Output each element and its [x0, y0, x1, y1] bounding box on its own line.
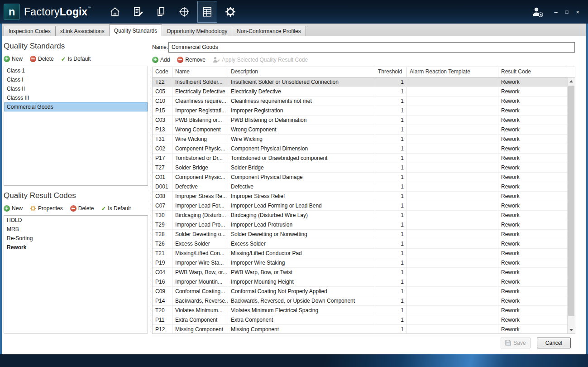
- panel-splitter[interactable]: [148, 36, 152, 354]
- cancel-button[interactable]: Cancel: [537, 338, 571, 348]
- name-input[interactable]: [168, 42, 575, 53]
- table-row[interactable]: P17Tombstoned or Dr...Tombstoned or Draw…: [153, 154, 567, 163]
- new-result-code-button[interactable]: New: [4, 205, 23, 212]
- result-code-properties-button[interactable]: Properties: [30, 205, 63, 212]
- cell-code: T20: [153, 306, 172, 315]
- new-standard-button[interactable]: New: [4, 56, 23, 62]
- table-row[interactable]: C05Electrically DefectiveElectrically De…: [153, 87, 567, 97]
- minimize-button[interactable]: –: [551, 6, 561, 17]
- add-code-button[interactable]: Add: [152, 57, 170, 63]
- table-row[interactable]: C09Conformal Coating...Conformal Coating…: [153, 287, 567, 296]
- codes-table-header: CodeNameDescriptionThresholdAlarm Reacti…: [153, 67, 575, 77]
- cell-result_code: Rework: [498, 192, 567, 201]
- table-row[interactable]: T31Wire WickingWire Wicking1Rework: [153, 135, 567, 144]
- cell-result_code: Rework: [498, 77, 567, 87]
- table-row[interactable]: P19Improper Wire Sta...Improper Wire Sta…: [153, 258, 567, 268]
- table-row[interactable]: P15Improper Registrati...Improper Regist…: [153, 106, 567, 116]
- close-button[interactable]: ×: [573, 6, 583, 17]
- tab-non-conformance-profiles[interactable]: Non-Conformance Profiles: [232, 26, 306, 36]
- is-default-standard-button[interactable]: Is Default: [61, 56, 91, 63]
- list-item[interactable]: Classs III: [4, 93, 148, 102]
- new-standard-label: New: [12, 56, 23, 62]
- vertical-scrollbar[interactable]: [567, 77, 575, 333]
- table-row[interactable]: C10Cleanliness require...Cleanliness req…: [153, 97, 567, 106]
- column-header-code[interactable]: Code: [153, 67, 172, 77]
- table-row[interactable]: T29Improper Lead Pro...Improper Lead Pro…: [153, 220, 567, 230]
- cell-threshold: 1: [375, 182, 407, 191]
- list-item[interactable]: Class II: [4, 84, 148, 93]
- table-row[interactable]: T30Birdcaging (Disturb...Birdcaging (Dis…: [153, 211, 567, 220]
- document-edit-icon[interactable]: [128, 1, 148, 23]
- brand-logix: Logix: [60, 6, 87, 18]
- list-item[interactable]: Class I: [4, 75, 148, 84]
- scroll-down-button[interactable]: [568, 326, 575, 333]
- documents-icon[interactable]: [151, 1, 171, 23]
- table-row[interactable]: T22Insufficient Solder...Insufficient So…: [153, 77, 567, 87]
- tab-xlink-associations[interactable]: xLink Associations: [55, 26, 110, 36]
- cell-alarm_reaction_template: [407, 87, 498, 96]
- cell-description: Wrong Component: [228, 125, 375, 134]
- title-bar: n FactoryLogix™: [0, 0, 588, 24]
- column-header-alarm_reaction_template[interactable]: Alarm Reaction Template: [407, 67, 498, 77]
- triangle-up-icon: [569, 80, 573, 82]
- target-circle-icon[interactable]: [174, 1, 194, 23]
- tab-quality-standards[interactable]: Quality Standards: [109, 24, 162, 36]
- titlebar-icon-strip: [105, 0, 240, 24]
- table-row[interactable]: C04PWB Warp, Bow, or...PWB Warp, Bow, or…: [153, 268, 567, 277]
- table-row[interactable]: T26Excess SolderExcess Solder1Rework: [153, 239, 567, 249]
- scroll-up-button[interactable]: [568, 77, 575, 85]
- user-logout-icon[interactable]: [531, 6, 544, 18]
- list-item[interactable]: Class 1: [4, 66, 148, 75]
- scrollbar-thumb[interactable]: [568, 86, 574, 316]
- column-header-name[interactable]: Name: [172, 67, 228, 77]
- factorylogix-window: n FactoryLogix™: [0, 0, 588, 367]
- table-row[interactable]: T21Missing/Lifted Con...Missing/Lifted C…: [153, 249, 567, 258]
- maximize-button[interactable]: □: [562, 6, 572, 17]
- table-row[interactable]: C03PWB Blistering or...PWB Blistering or…: [153, 116, 567, 125]
- column-header-result_code[interactable]: Result Code: [498, 67, 567, 77]
- cell-threshold: 1: [375, 296, 407, 305]
- scrollbar-track[interactable]: [568, 85, 575, 326]
- delete-standard-button[interactable]: Delete: [30, 56, 54, 62]
- cell-threshold: 1: [375, 116, 407, 125]
- table-row[interactable]: D001DefectiveDefective1Rework: [153, 182, 567, 192]
- column-header-threshold[interactable]: Threshold: [375, 67, 407, 77]
- list-item[interactable]: Re-Sorting: [4, 234, 148, 243]
- gear-icon[interactable]: [220, 1, 240, 23]
- table-row[interactable]: C02Component Physic...Component Physical…: [153, 144, 567, 154]
- table-row[interactable]: C01Component Physic...Component Physical…: [153, 173, 567, 182]
- list-item[interactable]: HOLD: [4, 216, 148, 225]
- table-row[interactable]: P14Backwards, Reverse...Backwards, Rever…: [153, 296, 567, 306]
- cell-alarm_reaction_template: [407, 306, 498, 315]
- cell-result_code: Rework: [498, 296, 567, 305]
- save-button[interactable]: Save: [501, 338, 531, 348]
- cell-name: Improper Registrati...: [172, 106, 228, 115]
- delete-result-code-button[interactable]: Delete: [70, 205, 94, 212]
- apply-result-code-button[interactable]: Apply Selected Quality Result Code: [213, 57, 308, 63]
- table-row[interactable]: T28Solder Dewetting o...Solder Dewetting…: [153, 230, 567, 239]
- cell-alarm_reaction_template: [407, 315, 498, 324]
- table-row[interactable]: T27Solder BridgeSolder Bridge1Rework: [153, 163, 567, 173]
- table-row[interactable]: P11Extra ComponentExtra Component1Rework: [153, 315, 567, 325]
- cell-alarm_reaction_template: [407, 125, 498, 134]
- list-item[interactable]: Rework: [4, 243, 148, 252]
- remove-code-button[interactable]: Remove: [177, 57, 206, 63]
- cell-code: P19: [153, 258, 172, 267]
- list-item[interactable]: MRB: [4, 225, 148, 234]
- add-code-label: Add: [160, 57, 170, 63]
- is-default-result-code-button[interactable]: Is Default: [101, 205, 131, 212]
- table-row[interactable]: C07Improper Lead For...Improper Lead For…: [153, 201, 567, 211]
- tab-inspection-codes[interactable]: Inspection Codes: [4, 26, 56, 36]
- table-row[interactable]: C08Improper Stress Re...Improper Stress …: [153, 192, 567, 201]
- save-label: Save: [513, 340, 526, 346]
- home-icon[interactable]: [105, 1, 125, 23]
- table-row[interactable]: T20Violates Minimum...Violates Minimum E…: [153, 306, 567, 315]
- column-header-description[interactable]: Description: [228, 67, 375, 77]
- table-row[interactable]: P12Missing ComponentMissing Component1Re…: [153, 325, 567, 333]
- table-row[interactable]: P16Improper Mountin...Improper Mounting …: [153, 277, 567, 287]
- list-item[interactable]: Commercial Goods: [4, 102, 148, 111]
- tab-opportunity-methodology[interactable]: Opportunity Methodology: [162, 26, 232, 36]
- table-row[interactable]: P13Wrong ComponentWrong Component1Rework: [153, 125, 567, 135]
- app-logo: n FactoryLogix™: [4, 4, 100, 20]
- table-document-icon[interactable]: [197, 1, 217, 23]
